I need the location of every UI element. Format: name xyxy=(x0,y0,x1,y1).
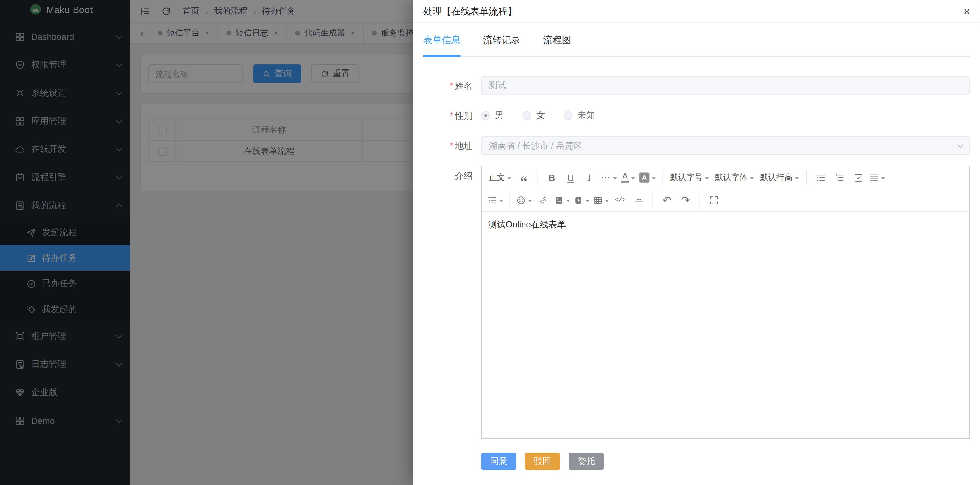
line-height-dropdown[interactable]: 默认行高 xyxy=(757,168,802,187)
radio-unknown[interactable]: 未知 xyxy=(564,110,595,121)
redo-button[interactable]: ↷ xyxy=(676,191,695,209)
gender-label: 性别 xyxy=(455,111,473,121)
caret-down-icon xyxy=(528,200,532,203)
rich-text-editor: 正文 “ B U I ⋯ A A 默认字号 xyxy=(481,165,970,439)
toolbar-divider xyxy=(509,192,510,208)
insert-link-button[interactable] xyxy=(534,191,552,209)
drawer-title: 处理【在线表单流程】 xyxy=(423,5,517,17)
fullscreen-button[interactable] xyxy=(704,191,723,209)
toolbar-divider xyxy=(538,170,538,185)
form-row-gender: *性别 男 女 未知 xyxy=(423,106,970,125)
divider-button[interactable] xyxy=(629,191,648,209)
reject-button[interactable]: 驳回 xyxy=(525,453,560,470)
radio-icon xyxy=(564,111,573,120)
caret-down-icon xyxy=(613,177,617,181)
tab-flow-diagram[interactable]: 流程图 xyxy=(543,34,571,56)
form-row-name: *姓名 xyxy=(423,76,970,95)
indent-icon xyxy=(487,196,497,205)
toolbar-divider xyxy=(699,192,700,208)
code-block-button[interactable]: </> xyxy=(611,191,629,209)
name-field[interactable] xyxy=(481,76,970,95)
toolbar-divider xyxy=(662,170,662,185)
font-size-dropdown[interactable]: 默认字号 xyxy=(667,168,712,187)
insert-table-dropdown[interactable] xyxy=(591,191,611,209)
tab-form-info[interactable]: 表单信息 xyxy=(423,34,460,56)
table-icon xyxy=(593,196,603,205)
more-styles-dropdown[interactable]: ⋯ xyxy=(599,168,619,187)
caret-down-icon xyxy=(566,200,570,203)
todo-list-button[interactable] xyxy=(849,168,867,187)
toolbar-divider xyxy=(652,192,653,208)
caret-down-icon xyxy=(795,177,799,181)
ellipsis-icon: ⋯ xyxy=(601,172,611,183)
paragraph-style-dropdown[interactable]: 正文 xyxy=(486,168,514,187)
bg-color-icon: A xyxy=(640,173,649,183)
caret-down-icon xyxy=(652,177,655,181)
task-form: *姓名 *性别 男 女 未知 *地址 湖南省 / 长沙市 / 岳麓区 xyxy=(423,76,970,470)
task-drawer: 处理【在线表单流程】 × 表单信息 流转记录 流程图 *姓名 *性别 男 xyxy=(413,0,980,485)
required-mark: * xyxy=(450,141,453,151)
intro-label: 介绍 xyxy=(455,171,473,181)
numbered-list-icon: 123 xyxy=(835,173,844,182)
intro-label-wrap: 介绍 xyxy=(423,166,473,185)
radio-icon xyxy=(522,111,531,120)
quote-icon: “ xyxy=(520,171,528,184)
caret-down-icon xyxy=(705,177,709,181)
drawer-actions: 同意 驳回 委托 xyxy=(481,453,970,470)
video-icon xyxy=(574,196,583,205)
horizontal-rule-icon xyxy=(634,196,643,205)
indent-dropdown[interactable] xyxy=(486,191,505,209)
fullscreen-icon xyxy=(709,196,719,205)
drawer-header: 处理【在线表单流程】 × xyxy=(413,0,980,23)
address-select[interactable]: 湖南省 / 长沙市 / 岳麓区 xyxy=(481,136,970,155)
agree-button[interactable]: 同意 xyxy=(481,453,516,470)
drawer-tabs: 表单信息 流转记录 流程图 xyxy=(423,34,970,57)
radio-icon xyxy=(481,111,490,120)
emoji-dropdown[interactable] xyxy=(514,191,534,209)
close-icon[interactable]: × xyxy=(964,6,970,16)
form-row-address: *地址 湖南省 / 长沙市 / 岳麓区 xyxy=(423,136,970,155)
insert-image-dropdown[interactable] xyxy=(552,191,572,209)
bullet-list-button[interactable] xyxy=(811,168,830,187)
editor-toolbar: 正文 “ B U I ⋯ A A 默认字号 xyxy=(482,166,969,212)
caret-down-icon xyxy=(750,177,754,181)
required-mark: * xyxy=(450,81,453,91)
undo-button[interactable]: ↶ xyxy=(657,191,676,209)
delegate-button[interactable]: 委托 xyxy=(569,453,603,470)
address-label: 地址 xyxy=(455,141,473,151)
svg-text:3: 3 xyxy=(835,179,837,182)
form-row-intro: 介绍 正文 “ B U I ⋯ A xyxy=(423,166,970,439)
app-root: Maku Boot Dashboard 权限管理 系统设置 应用管理 在线开发 xyxy=(0,0,980,485)
underline-button[interactable]: U xyxy=(561,168,580,187)
font-family-dropdown[interactable]: 默认字体 xyxy=(712,168,757,187)
radio-female[interactable]: 女 xyxy=(522,110,545,121)
required-mark: * xyxy=(450,111,453,121)
background-color-dropdown[interactable]: A xyxy=(638,168,657,187)
caret-down-icon xyxy=(631,177,635,181)
tab-flow-records[interactable]: 流转记录 xyxy=(483,34,521,56)
checkbox-icon xyxy=(853,173,863,182)
name-label: 姓名 xyxy=(455,81,473,91)
radio-male[interactable]: 男 xyxy=(481,110,504,121)
align-justify-icon xyxy=(869,173,879,182)
caret-down-icon xyxy=(500,200,503,203)
modal-overlay[interactable] xyxy=(0,0,413,485)
bold-button[interactable]: B xyxy=(542,168,561,187)
image-icon xyxy=(554,196,564,205)
blockquote-button[interactable]: “ xyxy=(514,168,533,187)
toolbar-row-2: </> ↶ ↷ xyxy=(482,189,969,211)
caret-down-icon xyxy=(605,200,609,203)
font-color-dropdown[interactable]: A xyxy=(619,168,637,187)
toolbar-row-1: 正文 “ B U I ⋯ A A 默认字号 xyxy=(482,166,969,189)
caret-down-icon xyxy=(508,177,511,181)
caret-down-icon xyxy=(881,177,885,181)
editor-content[interactable]: 测试Online在线表单 xyxy=(482,212,969,438)
caret-down-icon xyxy=(585,200,589,203)
font-color-icon: A xyxy=(622,173,628,183)
drawer-body: 表单信息 流转记录 流程图 *姓名 *性别 男 女 未知 xyxy=(413,23,980,470)
address-value: 湖南省 / 长沙市 / 岳麓区 xyxy=(481,136,970,155)
italic-button[interactable]: I xyxy=(580,168,599,187)
align-dropdown[interactable] xyxy=(867,168,887,187)
insert-video-dropdown[interactable] xyxy=(572,191,591,209)
numbered-list-button[interactable]: 123 xyxy=(830,168,849,187)
